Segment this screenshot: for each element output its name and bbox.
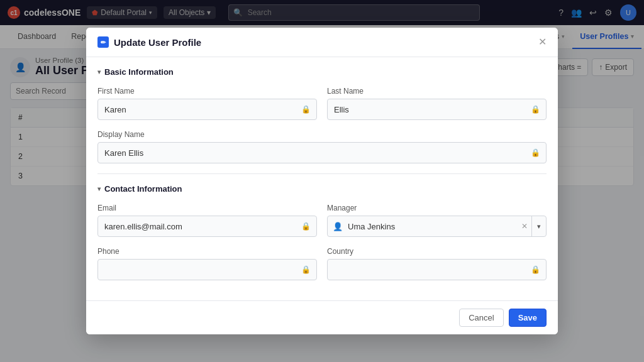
modal-overlay: ✏ Update User Profile ✕ ▾ Basic Informat… (0, 0, 644, 194)
section-chevron-icon: ▾ (97, 69, 101, 75)
modal-title: ✏ Update User Profile (97, 36, 201, 48)
display-name-field-wrapper: 🔒 (97, 142, 547, 163)
display-name-group: Display Name 🔒 (97, 130, 547, 163)
edit-icon: ✏ (97, 36, 109, 48)
lock-icon: 🔒 (531, 105, 540, 114)
first-name-label: First Name (97, 87, 317, 96)
update-user-profile-modal: ✏ Update User Profile ✕ ▾ Basic Informat… (86, 28, 558, 194)
display-name-row: Display Name 🔒 (97, 130, 547, 163)
lock-icon: 🔒 (531, 148, 540, 157)
basic-info-section-header[interactable]: ▾ Basic Information (97, 67, 547, 77)
last-name-field-wrapper: 🔒 (327, 99, 547, 120)
section-divider (97, 173, 547, 174)
section-chevron-icon: ▾ (97, 185, 101, 192)
modal-header: ✏ Update User Profile ✕ (86, 28, 558, 57)
basic-info-label: Basic Information (104, 67, 174, 77)
first-name-input[interactable] (97, 99, 317, 120)
display-name-label: Display Name (97, 130, 547, 139)
name-row: First Name 🔒 Last Name 🔒 (97, 87, 547, 120)
last-name-group: Last Name 🔒 (327, 87, 547, 120)
lock-icon: 🔒 (301, 105, 311, 114)
modal-title-text: Update User Profile (114, 37, 201, 48)
contact-info-label: Contact Information (104, 184, 182, 194)
modal-body: ▾ Basic Information First Name 🔒 Last Na… (86, 57, 558, 194)
first-name-group: First Name 🔒 (97, 87, 317, 120)
last-name-input[interactable] (327, 99, 547, 120)
contact-info-section-header[interactable]: ▾ Contact Information (97, 184, 547, 194)
display-name-input[interactable] (97, 142, 547, 163)
modal-close-button[interactable]: ✕ (538, 37, 547, 47)
last-name-label: Last Name (327, 87, 547, 96)
first-name-field-wrapper: 🔒 (97, 99, 317, 120)
